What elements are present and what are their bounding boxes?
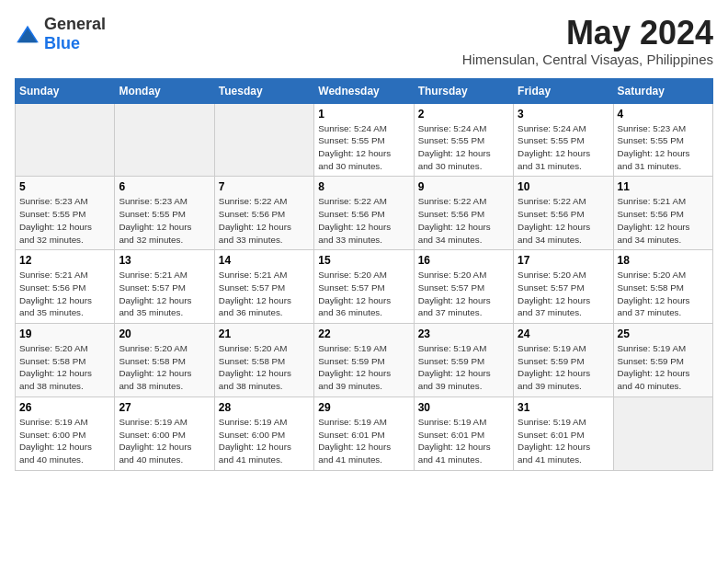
day-number: 7 xyxy=(219,180,310,193)
calendar-cell: 7Sunrise: 5:22 AM Sunset: 5:56 PM Daylig… xyxy=(214,177,313,250)
day-number: 14 xyxy=(219,254,310,267)
day-number: 21 xyxy=(219,327,310,340)
day-info: Sunrise: 5:21 AM Sunset: 5:57 PM Dayligh… xyxy=(219,269,310,319)
day-info: Sunrise: 5:22 AM Sunset: 5:56 PM Dayligh… xyxy=(418,195,509,246)
day-info: Sunrise: 5:19 AM Sunset: 6:01 PM Dayligh… xyxy=(418,416,509,466)
calendar-week-row: 26Sunrise: 5:19 AM Sunset: 6:00 PM Dayli… xyxy=(16,396,713,470)
calendar-cell: 10Sunrise: 5:22 AM Sunset: 5:56 PM Dayli… xyxy=(514,177,613,250)
day-number: 5 xyxy=(19,180,110,193)
day-info: Sunrise: 5:19 AM Sunset: 6:01 PM Dayligh… xyxy=(518,416,609,466)
day-number: 31 xyxy=(518,401,609,414)
day-info: Sunrise: 5:20 AM Sunset: 5:57 PM Dayligh… xyxy=(318,269,409,319)
calendar-week-row: 1Sunrise: 5:24 AM Sunset: 5:55 PM Daylig… xyxy=(16,103,713,177)
svg-marker-1 xyxy=(18,29,37,42)
weekday-header: Saturday xyxy=(613,78,712,103)
calendar-cell: 16Sunrise: 5:20 AM Sunset: 5:57 PM Dayli… xyxy=(414,250,513,324)
day-info: Sunrise: 5:19 AM Sunset: 6:01 PM Dayligh… xyxy=(318,416,409,466)
title-area: May 2024 Himensulan, Central Visayas, Ph… xyxy=(462,15,713,67)
weekday-header: Sunday xyxy=(16,78,115,103)
calendar-cell: 2Sunrise: 5:24 AM Sunset: 5:55 PM Daylig… xyxy=(414,103,513,177)
calendar-cell: 11Sunrise: 5:21 AM Sunset: 5:56 PM Dayli… xyxy=(613,177,712,250)
day-info: Sunrise: 5:20 AM Sunset: 5:57 PM Dayligh… xyxy=(518,269,609,319)
calendar-cell: 13Sunrise: 5:21 AM Sunset: 5:57 PM Dayli… xyxy=(115,250,214,324)
calendar-week-row: 5Sunrise: 5:23 AM Sunset: 5:55 PM Daylig… xyxy=(16,177,713,250)
calendar-cell: 19Sunrise: 5:20 AM Sunset: 5:58 PM Dayli… xyxy=(16,324,115,397)
calendar-cell: 30Sunrise: 5:19 AM Sunset: 6:01 PM Dayli… xyxy=(414,396,513,470)
day-info: Sunrise: 5:23 AM Sunset: 5:55 PM Dayligh… xyxy=(119,195,210,246)
day-number: 6 xyxy=(119,180,210,193)
day-number: 27 xyxy=(119,401,210,414)
day-number: 8 xyxy=(318,180,409,193)
day-info: Sunrise: 5:20 AM Sunset: 5:57 PM Dayligh… xyxy=(418,269,509,319)
weekday-header: Friday xyxy=(514,78,613,103)
day-info: Sunrise: 5:22 AM Sunset: 5:56 PM Dayligh… xyxy=(318,195,409,246)
day-info: Sunrise: 5:19 AM Sunset: 5:59 PM Dayligh… xyxy=(418,342,509,393)
day-number: 16 xyxy=(418,254,509,267)
month-title: May 2024 xyxy=(462,15,713,52)
day-number: 26 xyxy=(19,401,110,414)
calendar-cell: 31Sunrise: 5:19 AM Sunset: 6:01 PM Dayli… xyxy=(514,396,613,470)
day-number: 23 xyxy=(418,327,509,340)
day-info: Sunrise: 5:23 AM Sunset: 5:55 PM Dayligh… xyxy=(19,195,110,246)
day-number: 1 xyxy=(318,108,409,121)
weekday-header: Thursday xyxy=(414,78,513,103)
day-number: 17 xyxy=(518,254,609,267)
weekday-header: Wednesday xyxy=(314,78,414,103)
calendar-cell: 17Sunrise: 5:20 AM Sunset: 5:57 PM Dayli… xyxy=(514,250,613,324)
calendar-cell: 24Sunrise: 5:19 AM Sunset: 5:59 PM Dayli… xyxy=(514,324,613,397)
day-info: Sunrise: 5:19 AM Sunset: 6:00 PM Dayligh… xyxy=(119,416,210,466)
calendar-cell xyxy=(115,103,214,177)
day-info: Sunrise: 5:20 AM Sunset: 5:58 PM Dayligh… xyxy=(19,342,110,393)
logo: General Blue xyxy=(15,15,106,53)
calendar-cell: 9Sunrise: 5:22 AM Sunset: 5:56 PM Daylig… xyxy=(414,177,513,250)
calendar-cell xyxy=(16,103,115,177)
day-number: 9 xyxy=(418,180,509,193)
day-info: Sunrise: 5:23 AM Sunset: 5:55 PM Dayligh… xyxy=(618,122,709,173)
day-info: Sunrise: 5:19 AM Sunset: 6:00 PM Dayligh… xyxy=(19,416,110,466)
day-info: Sunrise: 5:19 AM Sunset: 5:59 PM Dayligh… xyxy=(618,342,709,393)
calendar-cell: 4Sunrise: 5:23 AM Sunset: 5:55 PM Daylig… xyxy=(613,103,712,177)
day-info: Sunrise: 5:19 AM Sunset: 5:59 PM Dayligh… xyxy=(318,342,409,393)
day-number: 3 xyxy=(518,108,609,121)
calendar-cell: 27Sunrise: 5:19 AM Sunset: 6:00 PM Dayli… xyxy=(115,396,214,470)
calendar-cell: 28Sunrise: 5:19 AM Sunset: 6:00 PM Dayli… xyxy=(214,396,313,470)
calendar-cell: 3Sunrise: 5:24 AM Sunset: 5:55 PM Daylig… xyxy=(514,103,613,177)
day-info: Sunrise: 5:24 AM Sunset: 5:55 PM Dayligh… xyxy=(318,122,409,173)
day-number: 10 xyxy=(518,180,609,193)
day-number: 30 xyxy=(418,401,509,414)
day-info: Sunrise: 5:19 AM Sunset: 6:00 PM Dayligh… xyxy=(219,416,310,466)
day-number: 18 xyxy=(618,254,709,267)
calendar-cell xyxy=(613,396,712,470)
day-number: 19 xyxy=(19,327,110,340)
day-number: 11 xyxy=(618,180,709,193)
day-info: Sunrise: 5:22 AM Sunset: 5:56 PM Dayligh… xyxy=(219,195,310,246)
calendar-cell: 23Sunrise: 5:19 AM Sunset: 5:59 PM Dayli… xyxy=(414,324,513,397)
page-header: General Blue May 2024 Himensulan, Centra… xyxy=(15,15,713,67)
logo-blue-text: Blue xyxy=(44,34,80,52)
logo-icon xyxy=(15,24,40,44)
location-subtitle: Himensulan, Central Visayas, Philippines xyxy=(462,52,713,67)
day-number: 12 xyxy=(19,254,110,267)
calendar-cell: 6Sunrise: 5:23 AM Sunset: 5:55 PM Daylig… xyxy=(115,177,214,250)
day-number: 13 xyxy=(119,254,210,267)
weekday-header-row: SundayMondayTuesdayWednesdayThursdayFrid… xyxy=(16,78,713,103)
day-info: Sunrise: 5:22 AM Sunset: 5:56 PM Dayligh… xyxy=(518,195,609,246)
day-number: 24 xyxy=(518,327,609,340)
day-info: Sunrise: 5:21 AM Sunset: 5:56 PM Dayligh… xyxy=(618,195,709,246)
calendar-cell: 8Sunrise: 5:22 AM Sunset: 5:56 PM Daylig… xyxy=(314,177,414,250)
calendar-cell: 1Sunrise: 5:24 AM Sunset: 5:55 PM Daylig… xyxy=(314,103,414,177)
calendar-cell: 20Sunrise: 5:20 AM Sunset: 5:58 PM Dayli… xyxy=(115,324,214,397)
weekday-header: Monday xyxy=(115,78,214,103)
day-number: 20 xyxy=(119,327,210,340)
day-info: Sunrise: 5:20 AM Sunset: 5:58 PM Dayligh… xyxy=(618,269,709,319)
calendar-cell: 26Sunrise: 5:19 AM Sunset: 6:00 PM Dayli… xyxy=(16,396,115,470)
day-info: Sunrise: 5:21 AM Sunset: 5:56 PM Dayligh… xyxy=(19,269,110,319)
weekday-header: Tuesday xyxy=(214,78,313,103)
calendar-week-row: 19Sunrise: 5:20 AM Sunset: 5:58 PM Dayli… xyxy=(16,324,713,397)
calendar-cell: 29Sunrise: 5:19 AM Sunset: 6:01 PM Dayli… xyxy=(314,396,414,470)
day-number: 22 xyxy=(318,327,409,340)
day-number: 25 xyxy=(618,327,709,340)
day-info: Sunrise: 5:24 AM Sunset: 5:55 PM Dayligh… xyxy=(418,122,509,173)
calendar-cell: 15Sunrise: 5:20 AM Sunset: 5:57 PM Dayli… xyxy=(314,250,414,324)
day-info: Sunrise: 5:20 AM Sunset: 5:58 PM Dayligh… xyxy=(219,342,310,393)
